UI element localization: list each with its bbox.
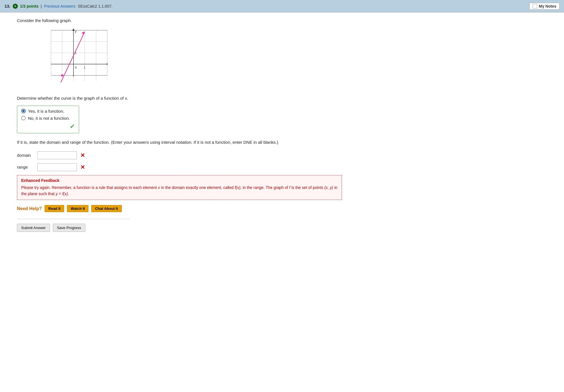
my-notes-label: My Notes	[539, 4, 556, 8]
plus-icon: +	[13, 4, 18, 9]
choices-box: Yes, it is a function. No, it is not a f…	[17, 106, 79, 133]
submit-answer-button[interactable]: Submit Answer	[17, 224, 50, 232]
svg-text:y: y	[75, 29, 77, 33]
range-input[interactable]	[37, 163, 77, 171]
enhanced-feedback-box: Enhanced Feedback Please try again. Reme…	[17, 175, 342, 200]
range-label: range	[17, 165, 34, 169]
need-help-row: Need Help? Read It Watch It Chat About I…	[17, 205, 350, 212]
enhanced-feedback-body: Please try again. Remember, a function i…	[21, 184, 338, 197]
need-help-label: Need Help?	[17, 206, 42, 211]
my-notes-button[interactable]: My Notes	[530, 3, 559, 10]
svg-line-20	[61, 32, 85, 82]
separator-line	[17, 219, 130, 219]
domain-label: domain	[17, 153, 34, 158]
svg-text:0: 0	[75, 66, 77, 69]
feedback-xy: (x, y)	[324, 185, 333, 190]
feedback-body-part3: in the range. The graph of	[242, 185, 289, 190]
svg-marker-14	[107, 63, 107, 65]
graph-svg: y x 1 0 1	[51, 27, 107, 90]
watch-it-button[interactable]: Watch It	[67, 205, 88, 212]
feedback-body-part1: Please try again. Remember, a function i…	[21, 185, 158, 190]
radio-yes[interactable]	[21, 109, 26, 113]
choice-yes-label: Yes, it is a function.	[28, 109, 64, 114]
previous-answers-link[interactable]: Previous Answers	[44, 4, 75, 8]
separator: |	[41, 4, 42, 8]
course-code: SEssCalc2 1.1.007.	[78, 4, 112, 8]
choice-yes-row[interactable]: Yes, it is a function.	[21, 109, 75, 114]
domain-input[interactable]	[37, 151, 77, 159]
enhanced-feedback-title: Enhanced Feedback	[21, 178, 338, 183]
main-content: Consider the following graph.	[0, 12, 367, 240]
feedback-eq: y = f(x).	[56, 191, 69, 196]
my-notes-area[interactable]: My Notes	[530, 3, 559, 10]
feedback-body-part4: is the set of points	[290, 185, 324, 190]
feedback-fx: f(x),	[235, 185, 242, 190]
svg-text:1: 1	[84, 66, 85, 69]
feedback-x: x	[158, 185, 160, 190]
consider-text: Consider the following graph.	[17, 18, 350, 23]
svg-point-21	[61, 74, 63, 77]
domain-range-instruction: If it is, state the domain and range of …	[17, 139, 328, 146]
range-row: range ✕	[17, 163, 350, 171]
checkmark-row: ✔	[21, 123, 75, 130]
svg-marker-13	[72, 28, 75, 31]
svg-point-22	[82, 32, 84, 34]
domain-x-mark: ✕	[80, 152, 85, 159]
save-progress-button[interactable]: Save Progress	[53, 224, 85, 232]
chat-about-it-button[interactable]: Chat About It	[91, 205, 122, 212]
choice-no-label: No, it is not a function.	[28, 116, 70, 121]
graph-container: y x 1 0 1	[51, 27, 107, 90]
bottom-buttons: Submit Answer Save Progress	[17, 224, 350, 232]
header-bar: 13. + 1/3 points | Previous Answers SEss…	[0, 0, 564, 12]
choice-no-row[interactable]: No, it is not a function.	[21, 116, 75, 121]
points-badge: 1/3 points	[20, 4, 38, 8]
radio-no[interactable]	[21, 116, 26, 120]
header-left: 13. + 1/3 points | Previous Answers SEss…	[5, 4, 112, 9]
range-x-mark: ✕	[80, 164, 85, 171]
feedback-body-part2: in the domain exactly one element, calle…	[160, 185, 235, 190]
read-it-button[interactable]: Read It	[45, 205, 64, 212]
green-checkmark-icon: ✔	[70, 123, 75, 130]
domain-row: domain ✕	[17, 151, 350, 159]
question-number: 13.	[5, 4, 10, 8]
notes-icon	[533, 4, 537, 8]
determine-text: Determine whether the curve is the graph…	[17, 95, 328, 102]
